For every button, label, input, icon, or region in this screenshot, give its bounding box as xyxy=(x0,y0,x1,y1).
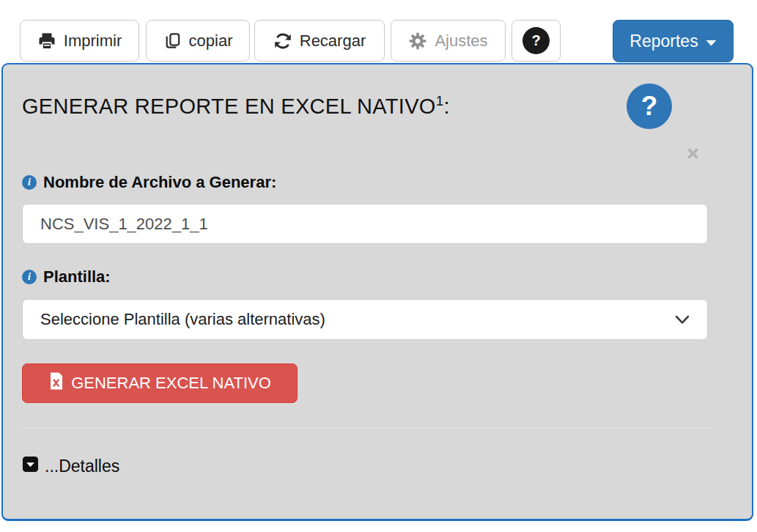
panel-title-text: GENERAR REPORTE EN EXCEL NATIVO xyxy=(22,95,436,118)
reports-dropdown-button[interactable]: Reportes xyxy=(613,20,734,62)
copy-icon xyxy=(163,32,182,50)
copy-button[interactable]: copiar xyxy=(146,20,250,62)
panel-title-superscript: 1 xyxy=(436,93,444,108)
settings-button-label: Ajustes xyxy=(435,32,487,51)
panel-title-colon: : xyxy=(444,95,450,118)
template-select-value: Seleccione Plantilla (varias alternativa… xyxy=(40,310,325,329)
generate-excel-button-label: GENERAR EXCEL NATIVO xyxy=(71,374,271,393)
reload-button-label: Recargar xyxy=(300,32,366,51)
reports-dropdown-label: Reportes xyxy=(629,32,698,51)
print-button-label: Imprimir xyxy=(64,32,122,51)
template-label-row: i Plantilla: xyxy=(22,267,111,287)
gear-icon xyxy=(408,32,427,51)
filename-label: Nombre de Archivo a Generar: xyxy=(43,173,276,192)
divider xyxy=(22,428,709,429)
printer-icon xyxy=(37,32,56,51)
filename-label-row: i Nombre de Archivo a Generar: xyxy=(22,173,276,192)
generate-report-panel: GENERAR REPORTE EN EXCEL NATIVO1: ? i No… xyxy=(1,63,753,521)
reload-button[interactable]: Recargar xyxy=(254,20,385,62)
info-icon[interactable]: i xyxy=(22,175,37,190)
question-circle-icon: ? xyxy=(522,27,550,54)
print-button[interactable]: Imprimir xyxy=(20,20,139,62)
panel-title: GENERAR REPORTE EN EXCEL NATIVO1: xyxy=(22,94,450,117)
caret-down-icon xyxy=(706,32,717,51)
copy-button-label: copiar xyxy=(189,32,233,51)
generate-excel-button[interactable]: GENERAR EXCEL NATIVO xyxy=(22,363,298,403)
page: Imprimir copiar Recargar xyxy=(0,0,757,532)
template-label: Plantilla: xyxy=(43,267,111,287)
details-label: ...Detalles xyxy=(45,457,119,476)
refresh-icon xyxy=(273,32,292,51)
details-toggle[interactable]: ...Detalles xyxy=(22,456,119,477)
settings-button[interactable]: Ajustes xyxy=(391,20,506,62)
caret-square-down-icon xyxy=(22,456,39,477)
chevron-down-icon xyxy=(675,310,690,329)
info-icon[interactable]: i xyxy=(22,270,37,284)
panel-help-icon[interactable]: ? xyxy=(627,84,672,129)
excel-file-icon xyxy=(48,372,64,394)
help-button[interactable]: ? xyxy=(512,20,561,62)
filename-input[interactable] xyxy=(22,204,708,244)
template-select[interactable]: Seleccione Plantilla (varias alternativa… xyxy=(22,299,708,340)
close-icon[interactable] xyxy=(684,145,701,165)
